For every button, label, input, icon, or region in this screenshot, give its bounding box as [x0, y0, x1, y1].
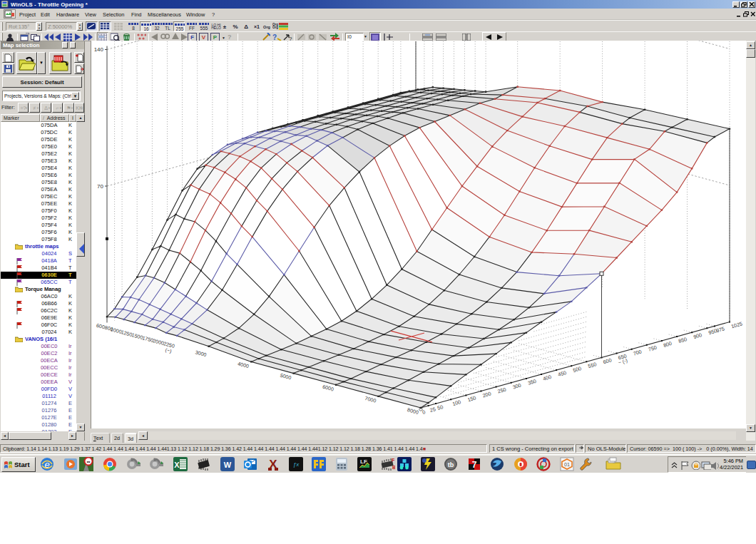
- svg-text:01: 01: [564, 462, 570, 467]
- svg-text:W: W: [223, 461, 231, 469]
- svg-text:B: B: [392, 465, 395, 470]
- svg-text:X: X: [174, 461, 180, 469]
- svg-text:7: 7: [471, 460, 476, 470]
- svg-text:140: 140: [94, 46, 104, 53]
- svg-text:∞: ∞: [86, 459, 90, 464]
- svg-text:tb: tb: [447, 461, 454, 468]
- svg-text:70: 70: [97, 183, 103, 190]
- svg-text:e: e: [44, 459, 49, 470]
- svg-text:F: F: [392, 458, 395, 463]
- svg-text:ƒx: ƒx: [292, 461, 299, 468]
